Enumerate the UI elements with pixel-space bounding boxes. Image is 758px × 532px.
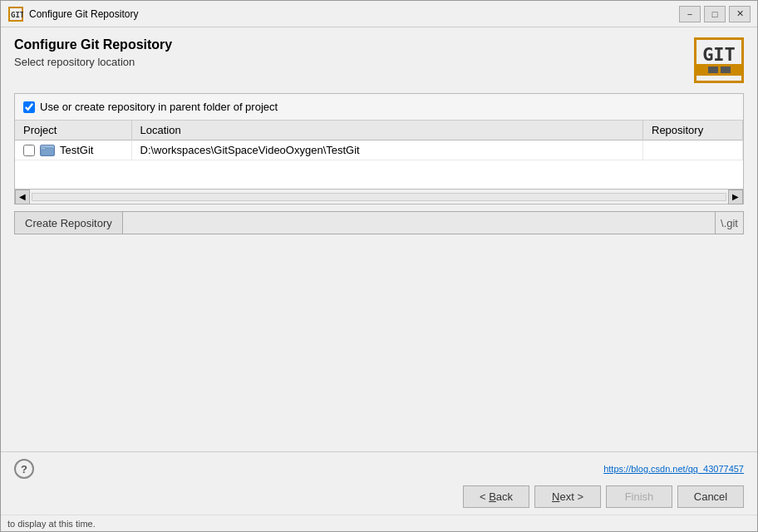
scroll-left-btn[interactable]: ◀ <box>15 190 30 204</box>
table-body: TestGit D:\workspaces\GitSpaceVideoOxyge… <box>15 140 743 160</box>
table-header: Project Location Repository <box>15 121 743 140</box>
repository-path-suffix: \.git <box>716 211 744 234</box>
header-title: Configure Git Repository <box>14 37 172 52</box>
spacer <box>1 248 757 451</box>
git-logo-icon <box>708 66 731 73</box>
header-subtitle: Select repository location <box>14 56 172 68</box>
horizontal-scrollbar: ◀ ▶ <box>15 189 743 204</box>
git-shape-left <box>708 66 718 73</box>
create-repository-button[interactable]: Create Repository <box>14 211 123 234</box>
repository-cell <box>643 140 743 160</box>
title-bar: GIT Configure Git Repository − □ ✕ <box>1 1 757 27</box>
header-section: Configure Git Repository Select reposito… <box>14 37 744 83</box>
help-button[interactable]: ? <box>14 459 34 479</box>
header-text: Configure Git Repository Select reposito… <box>14 37 172 68</box>
back-button[interactable]: < Back <box>463 485 529 508</box>
scroll-right-btn[interactable]: ▶ <box>728 190 743 204</box>
window-title: Configure Git Repository <box>29 8 679 20</box>
repository-path-input[interactable] <box>123 211 716 234</box>
svg-text:GIT: GIT <box>11 11 23 19</box>
git-shape-right <box>721 66 731 73</box>
bottom-status-text: to display at this time. <box>7 519 96 529</box>
checkbox-row: Use or create repository in parent folde… <box>15 94 743 121</box>
footer-area: ? https://blog.csdn.net/qq_43077457 < Ba… <box>1 451 757 515</box>
table-row[interactable]: TestGit D:\workspaces\GitSpaceVideoOxyge… <box>15 140 743 160</box>
close-button[interactable]: ✕ <box>729 6 751 22</box>
window-icon: GIT <box>7 6 24 22</box>
maximize-button[interactable]: □ <box>704 6 726 22</box>
project-cell-inner: TestGit <box>23 144 123 156</box>
table-header-row: Project Location Repository <box>15 121 743 140</box>
footer-status: ? https://blog.csdn.net/qq_43077457 <box>14 459 744 479</box>
status-link[interactable]: https://blog.csdn.net/qq_43077457 <box>603 464 744 474</box>
main-panel: Use or create repository in parent folde… <box>14 93 744 204</box>
content-area: Configure Git Repository Select reposito… <box>1 27 757 248</box>
project-folder-icon <box>40 145 55 156</box>
project-row-checkbox[interactable] <box>23 145 35 156</box>
git-logo: GIT <box>694 37 744 83</box>
svg-rect-3 <box>41 147 46 150</box>
finish-button[interactable]: Finish <box>606 485 672 508</box>
window-controls: − □ ✕ <box>679 6 751 22</box>
git-logo-bottom <box>696 64 741 76</box>
bottom-toolbar: Create Repository \.git <box>14 211 744 234</box>
project-cell: TestGit <box>15 140 131 160</box>
project-table: Project Location Repository <box>15 121 743 160</box>
project-name: TestGit <box>60 144 93 156</box>
next-button[interactable]: Next > <box>534 485 601 508</box>
table-container: Project Location Repository <box>15 121 743 189</box>
configure-git-window: GIT Configure Git Repository − □ ✕ Confi… <box>0 0 758 532</box>
col-repository: Repository <box>643 121 743 140</box>
checkbox-label[interactable]: Use or create repository in parent folde… <box>40 101 278 113</box>
location-cell: D:\workspaces\GitSpaceVideoOxygen\TestGi… <box>131 140 643 160</box>
git-logo-text: GIT <box>702 46 736 64</box>
col-project: Project <box>15 121 131 140</box>
scroll-track[interactable] <box>32 193 726 201</box>
col-location: Location <box>131 121 643 140</box>
bottom-info-bar: to display at this time. <box>1 515 757 531</box>
footer-buttons: < Back Next > Finish Cancel <box>14 485 744 508</box>
cancel-button[interactable]: Cancel <box>677 485 744 508</box>
use-parent-folder-checkbox[interactable] <box>23 101 35 113</box>
minimize-button[interactable]: − <box>679 6 701 22</box>
